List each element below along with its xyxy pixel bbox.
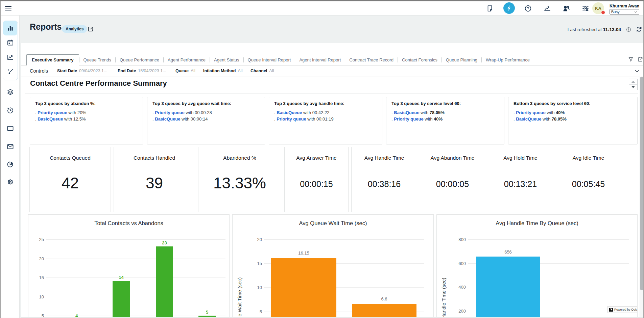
insight-value: 00:01:19 [316,116,334,122]
queue-link[interactable]: Priority queue [38,110,67,115]
chart-bar[interactable] [113,281,130,318]
queue-link[interactable]: BasicQueue [516,116,541,122]
bar-value-label: 4 [75,313,78,318]
scrollbar-thumb[interactable] [640,77,643,290]
sidebar-item-layers[interactable] [4,86,16,98]
kpi-card-avg-abandon-time: Avg Abandon Time00:00:05 [420,147,485,212]
chart-bar[interactable] [198,316,216,318]
insight-connector: with [307,116,315,122]
insight-value: 20% [77,110,86,115]
chart-panel-avg-queue-wait-time-sec: Avg Queue Wait Time (sec)201510516.156.6… [232,214,434,318]
sidebar-item-pie-chart[interactable] [4,158,16,170]
bar-value-label: 5 [206,310,208,315]
spinner-down-button[interactable] [629,84,637,90]
spinner-up-button[interactable] [629,79,637,85]
queue-link[interactable]: Priority queue [394,116,423,122]
vertical-scrollbar[interactable] [640,77,644,317]
filter-channel[interactable]: ChannelAll [251,69,274,73]
quicksight-logo-icon [609,308,613,312]
kpi-value: 00:38:16 [352,179,417,189]
y-axis-title: Avg Handle Time (sec) [441,278,447,318]
chart-title: Avg Queue Wait Time (sec) [233,220,433,227]
sidebar-item-brush[interactable] [3,64,17,79]
filter-start-date[interactable]: Start Date09/04/2023 1... [57,69,107,73]
chart-bar[interactable] [352,304,416,318]
insight-item: . BasicQueue with 78.05% [391,109,499,116]
sidebar-item-mail[interactable] [4,140,16,153]
queue-link[interactable]: BasicQueue [38,116,63,122]
kpi-card-avg-idle-time: Avg Idle Time00:05:45 [556,147,621,212]
tab-queue-performance[interactable]: Queue Performance [116,55,163,65]
tab-queue-interval-report[interactable]: Queue Interval Report [244,55,295,65]
queue-link[interactable]: Priority queue [277,116,306,122]
sidebar-item-bar-chart[interactable] [3,21,17,35]
y-axis-title: Avg Queue Wait Time (sec) [237,277,242,318]
filter-icon[interactable] [628,56,634,62]
tab-agent-interval-report[interactable]: Agent Interval Report [295,55,345,65]
sidebar-item-gear[interactable] [4,176,16,188]
chart-bar[interactable] [476,257,540,318]
info-icon[interactable] [626,27,631,32]
controls-collapse-chevron-icon[interactable] [634,68,640,74]
powered-by-quicksight-badge[interactable]: Powered by QuickSight [607,306,638,313]
insight-value: 40% [434,116,443,122]
queue-link[interactable]: BasicQueue [394,110,419,115]
kpi-card-avg-answer-time: Avg Answer Time00:00:15 [284,147,349,212]
tab-executive-summary[interactable]: Executive Summary [26,54,79,65]
line-chart-icon [6,53,14,61]
insight-bullet: . [274,110,276,115]
expand-icon[interactable] [637,56,643,62]
insight-card-title: Bottom 3 queues by service level 60: [514,101,632,106]
insight-bullet: . [35,116,37,122]
bar-chart-icon [6,24,14,32]
filter-value: All [269,69,274,73]
insight-connector: with [543,116,550,122]
kpi-label: Contacts Handled [114,155,195,161]
gridline [264,239,424,240]
axis-tick-label: 600 [452,261,466,266]
bar-value-label: 14 [119,275,123,280]
sidebar-item-calendar[interactable] [3,35,17,50]
sidebar-item-line-chart[interactable] [3,50,17,64]
kpi-label: Abandoned % [198,155,281,161]
kpi-card-avg-hold-time: Avg Hold Time00:13:21 [488,147,553,212]
chart-bar[interactable] [156,246,173,318]
tab-wrap-up-performance[interactable]: Wrap-Up Performance [482,55,534,65]
insight-item: . BasicQueue with 12.5% [35,116,138,122]
people-icon[interactable] [562,4,570,12]
sidebar-item-history[interactable] [4,104,16,116]
bar-value-label: 3 [145,317,147,318]
tab-contract-trace-record[interactable]: Contract Trace Record [345,55,398,65]
status-select[interactable]: Busy [610,9,639,15]
analytics-badge[interactable]: Analytics [62,25,87,33]
refresh-icon[interactable] [636,26,643,33]
insight-item: . Priority queue with 40% [514,109,632,116]
insight-bullet: . [152,110,154,115]
filter-intiation-method[interactable]: Intiation MethodAll [203,69,242,73]
filter-queue[interactable]: QueueAll [175,69,195,73]
help-icon[interactable] [524,4,532,12]
sliders-icon[interactable] [581,4,590,12]
lightning-icon[interactable] [503,2,515,14]
queue-link[interactable]: BasicQueue [277,110,302,115]
filter-value: All [238,69,243,73]
queue-link[interactable]: Priority queue [516,110,545,115]
kpi-cards-row: Contacts Queued42Contacts Handled39Aband… [21,147,644,213]
tab-agent-performance[interactable]: Agent Performance [164,55,210,65]
filter-value: 15/04/2023 1... [138,69,166,73]
tab-contact-forensics[interactable]: Contact Forensics [398,55,442,65]
external-link-icon[interactable] [87,26,94,32]
sidebar-item-window[interactable] [4,122,16,134]
tab-queue-trends[interactable]: Queue Trends [79,55,115,65]
menu-button[interactable] [5,6,11,11]
filter-end-date[interactable]: End Date15/04/2023 1... [118,69,166,73]
filter-label: Queue [175,69,189,73]
insight-card: Bottom 3 queues by service level 60:. Pr… [508,97,638,144]
queue-link[interactable]: BasicQueue [155,116,180,122]
tab-agent-status[interactable]: Agent Status [210,55,243,65]
trend-icon[interactable] [543,4,551,12]
chart-bar[interactable] [271,258,336,318]
tab-queue-planning[interactable]: Queue Planning [442,55,481,65]
notes-icon[interactable] [486,4,494,12]
queue-link[interactable]: Priority queue [155,110,184,115]
